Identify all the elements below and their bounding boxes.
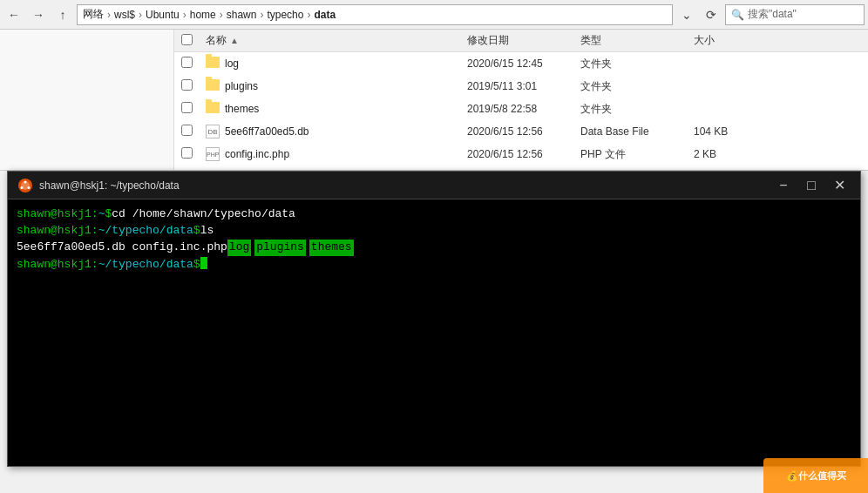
folder-icon xyxy=(206,79,220,91)
php-icon: PHP xyxy=(206,147,220,161)
file-date: 2019/5/11 3:01 xyxy=(467,80,580,92)
search-bar[interactable]: 🔍 搜索"data" xyxy=(725,4,865,25)
row-checkbox-3[interactable] xyxy=(181,125,193,136)
select-all-checkbox[interactable] xyxy=(181,34,193,45)
sort-arrow-up: ▲ xyxy=(230,36,239,45)
file-list: log 2020/6/15 12:45 文件夹 plugins 2019/5/1… xyxy=(174,52,868,165)
watermark-icon: 💰 xyxy=(786,470,798,482)
breadcrumb-wsl[interactable]: wsl$ xyxy=(114,9,135,21)
terminal-text: ls xyxy=(200,223,214,239)
breadcrumb-ubuntu[interactable]: Ubuntu xyxy=(146,9,180,21)
terminal-text: shawn@hskj1 xyxy=(17,223,92,239)
breadcrumb[interactable]: 网络 › wsl$ › Ubuntu › home › shawn › type… xyxy=(77,4,673,25)
file-type: 文件夹 xyxy=(580,79,694,94)
explorer-sidebar xyxy=(0,30,174,170)
close-button[interactable]: ✕ xyxy=(829,175,850,196)
file-type: 文件夹 xyxy=(580,102,694,117)
minimize-button[interactable]: − xyxy=(773,175,794,196)
column-headers: 名称 ▲ 修改日期 类型 大小 xyxy=(174,30,868,52)
file-explorer: ← → ↑ 网络 › wsl$ › Ubuntu › home › shawn … xyxy=(0,0,868,171)
terminal-line: shawn@hskj1:~/typecho/data$ ls xyxy=(17,223,851,239)
terminal-dir: log xyxy=(227,240,251,255)
file-date: 2020/6/15 12:45 xyxy=(467,57,580,70)
explorer-main: 名称 ▲ 修改日期 类型 大小 log 2020/6/15 12:45 文件夹 … xyxy=(0,30,868,170)
search-icon: 🔍 xyxy=(731,9,744,21)
table-row[interactable]: log 2020/6/15 12:45 文件夹 xyxy=(174,52,868,75)
terminal-text: shawn@hskj1 xyxy=(17,257,92,273)
terminal-text: ~ xyxy=(98,206,105,222)
terminal-text: $ xyxy=(193,257,200,273)
terminal-text: $ xyxy=(105,206,112,222)
col-header-size[interactable]: 大小 xyxy=(694,33,763,48)
svg-point-1 xyxy=(24,180,27,183)
table-row[interactable]: PHP config.inc.php 2020/6/15 12:56 PHP 文… xyxy=(174,143,868,165)
row-checkbox-2[interactable] xyxy=(181,102,193,113)
refresh-button[interactable]: ⟳ xyxy=(701,4,722,25)
terminal-text: : xyxy=(92,206,98,222)
col-header-date[interactable]: 修改日期 xyxy=(467,33,580,48)
row-checkbox-4[interactable] xyxy=(181,147,193,159)
terminal-text: ~/typecho/data xyxy=(98,257,193,273)
watermark-text: 什么值得买 xyxy=(798,469,846,483)
file-size: 2 KB xyxy=(694,148,763,160)
ubuntu-logo-svg xyxy=(20,180,31,191)
row-checkbox-0[interactable] xyxy=(181,57,193,68)
table-row[interactable]: themes 2019/5/8 22:58 文件夹 xyxy=(174,98,868,120)
table-row[interactable]: plugins 2019/5/11 3:01 文件夹 xyxy=(174,75,868,98)
back-button[interactable]: ← xyxy=(3,4,24,25)
cell-name: plugins xyxy=(206,79,467,93)
breadcrumb-home[interactable]: home xyxy=(190,9,216,21)
terminal-line: 5ee6ff7a00ed5.db config.inc.php log plug… xyxy=(17,240,851,255)
breadcrumb-shawn[interactable]: shawn xyxy=(227,9,257,21)
explorer-toolbar: ← → ↑ 网络 › wsl$ › Ubuntu › home › shawn … xyxy=(0,0,868,30)
terminal-window: shawn@hskj1: ~/typecho/data − □ ✕ shawn@… xyxy=(7,171,861,467)
terminal-cursor xyxy=(200,257,207,269)
folder-icon xyxy=(206,102,220,113)
terminal-text: $ xyxy=(193,223,200,239)
terminal-text: ~/typecho/data xyxy=(98,223,193,239)
breadcrumb-network[interactable]: 网络 xyxy=(83,7,104,22)
file-date: 2019/5/8 22:58 xyxy=(467,103,580,115)
svg-point-2 xyxy=(21,186,24,189)
terminal-text: : xyxy=(92,257,98,273)
up-button[interactable]: ↑ xyxy=(52,4,73,25)
explorer-content: 名称 ▲ 修改日期 类型 大小 log 2020/6/15 12:45 文件夹 … xyxy=(174,30,868,170)
file-date: 2020/6/15 12:56 xyxy=(467,125,580,138)
terminal-text: 5ee6ff7a00ed5.db config.inc.php xyxy=(17,240,227,255)
dropdown-button[interactable]: ⌄ xyxy=(676,4,697,25)
folder-icon xyxy=(206,57,220,68)
file-name: plugins xyxy=(225,80,258,92)
cell-name: DB 5ee6ff7a00ed5.db xyxy=(206,125,467,138)
db-icon: DB xyxy=(206,125,220,138)
col-header-name[interactable]: 名称 ▲ xyxy=(206,33,467,48)
file-size: 104 KB xyxy=(694,125,763,138)
cell-name: themes xyxy=(206,102,467,116)
terminal-text: cd /home/shawn/typecho/data xyxy=(112,206,295,222)
col-header-type[interactable]: 类型 xyxy=(580,33,694,48)
breadcrumb-typecho[interactable]: typecho xyxy=(267,9,303,21)
search-placeholder: 搜索"data" xyxy=(748,7,797,22)
maximize-button[interactable]: □ xyxy=(801,175,822,196)
terminal-text: : xyxy=(92,223,98,239)
breadcrumb-data[interactable]: data xyxy=(314,9,336,21)
file-type: 文件夹 xyxy=(580,57,694,71)
terminal-dir: themes xyxy=(309,240,354,255)
terminal-title: shawn@hskj1: ~/typecho/data xyxy=(39,179,773,192)
file-date: 2020/6/15 12:56 xyxy=(467,148,580,160)
file-name: 5ee6ff7a00ed5.db xyxy=(225,125,309,138)
terminal-line: shawn@hskj1:~/typecho/data$ xyxy=(17,257,851,273)
file-type: PHP 文件 xyxy=(580,147,694,162)
svg-point-3 xyxy=(28,186,31,189)
terminal-controls: − □ ✕ xyxy=(773,175,850,196)
forward-button[interactable]: → xyxy=(28,4,49,25)
terminal-body: shawn@hskj1:~$ cd /home/shawn/typecho/da… xyxy=(8,199,860,466)
cell-name: PHP config.inc.php xyxy=(206,147,467,161)
terminal-text: shawn@hskj1 xyxy=(17,206,92,222)
row-checkbox-1[interactable] xyxy=(181,79,193,91)
cell-name: log xyxy=(206,57,467,71)
file-name: themes xyxy=(225,103,259,115)
terminal-titlebar: shawn@hskj1: ~/typecho/data − □ ✕ xyxy=(8,172,860,199)
watermark: 💰 什么值得买 xyxy=(763,458,868,493)
table-row[interactable]: DB 5ee6ff7a00ed5.db 2020/6/15 12:56 Data… xyxy=(174,120,868,143)
ubuntu-icon xyxy=(18,179,32,192)
